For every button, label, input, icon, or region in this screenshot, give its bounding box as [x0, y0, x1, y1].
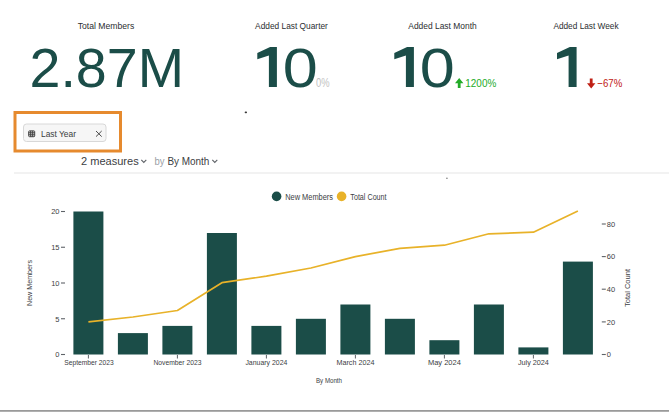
svg-text:January 2024: January 2024 — [245, 358, 287, 367]
svg-text:By Month: By Month — [167, 155, 209, 167]
svg-text:Total Members: Total Members — [78, 21, 135, 31]
svg-text:March 2024: March 2024 — [336, 358, 374, 367]
svg-text:New Members: New Members — [285, 192, 333, 202]
svg-text:5: 5 — [55, 315, 59, 324]
svg-text:−67%: −67% — [597, 77, 622, 89]
svg-text:Total Count: Total Count — [623, 268, 632, 307]
svg-text:40: 40 — [607, 285, 615, 294]
svg-text:1200%: 1200% — [465, 77, 496, 89]
svg-text:September 2023: September 2023 — [64, 358, 114, 367]
svg-text:60: 60 — [607, 252, 615, 261]
svg-text:Added Last Month: Added Last Month — [408, 21, 477, 31]
svg-text:2 measures: 2 measures — [81, 155, 139, 167]
svg-text:Total Count: Total Count — [350, 192, 387, 202]
svg-text:By Month: By Month — [316, 376, 342, 385]
svg-text:July 2024: July 2024 — [518, 358, 549, 367]
svg-text:Last Year: Last Year — [41, 129, 76, 139]
svg-text:0: 0 — [283, 37, 318, 99]
svg-text:2.87M: 2.87M — [30, 37, 185, 99]
svg-text:20: 20 — [607, 318, 615, 327]
svg-text:May 2024: May 2024 — [428, 358, 461, 367]
svg-text:0%: 0% — [316, 75, 330, 90]
svg-text:0: 0 — [607, 350, 611, 359]
svg-text:November 2023: November 2023 — [153, 358, 201, 367]
svg-text:20: 20 — [51, 207, 59, 216]
svg-text:0: 0 — [420, 37, 455, 99]
svg-text:15: 15 — [51, 243, 59, 252]
svg-text:New Members: New Members — [25, 260, 34, 306]
svg-text:Added Last Week: Added Last Week — [553, 21, 619, 31]
svg-text:0: 0 — [55, 350, 59, 359]
svg-text:Added Last Quarter: Added Last Quarter — [255, 21, 328, 31]
svg-text:10: 10 — [51, 279, 59, 288]
svg-text:by: by — [154, 155, 165, 167]
svg-text:80: 80 — [607, 220, 615, 229]
